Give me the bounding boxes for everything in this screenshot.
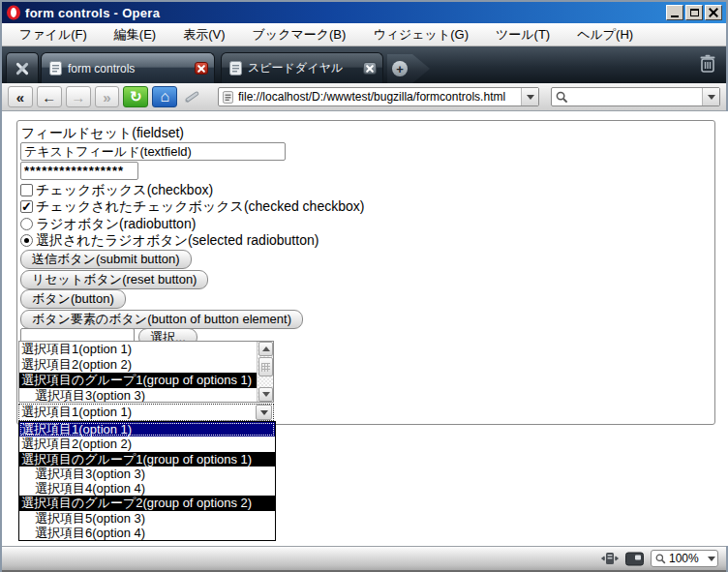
check-icon: ✓ bbox=[21, 200, 32, 213]
listbox-scrollbar[interactable] bbox=[257, 342, 273, 402]
popup-option-highlighted[interactable]: 選択項目1(option 1) bbox=[19, 422, 275, 437]
chevron-down-icon bbox=[708, 95, 715, 100]
panels-toggle-button[interactable] bbox=[6, 52, 39, 83]
page-viewport: フィールドセット(fieldset) チェックボックス(checkbox) ✓ … bbox=[2, 111, 728, 546]
address-bar[interactable]: file://localhost/D:/wwwtest/bugzilla/for… bbox=[218, 87, 539, 106]
forward-arrow-icon: → bbox=[71, 89, 85, 105]
listbox-option[interactable]: 選択項目3(option 3) bbox=[19, 388, 257, 402]
address-dropdown-button[interactable] bbox=[521, 88, 538, 105]
select-arrow-button[interactable] bbox=[256, 405, 272, 420]
back-button[interactable]: ← bbox=[37, 86, 62, 107]
listbox-option[interactable]: 選択項目1(option 1) bbox=[19, 342, 257, 357]
close-icon bbox=[366, 65, 374, 73]
close-icon bbox=[197, 65, 205, 73]
triangle-down-icon bbox=[262, 392, 270, 397]
page-icon bbox=[49, 61, 62, 75]
status-bar: 100% bbox=[2, 546, 726, 570]
plus-icon: + bbox=[392, 61, 408, 76]
zoom-magnifier-icon bbox=[655, 554, 666, 564]
navigation-toolbar: « ← → » ↻ ⌂ file://localhost/D:/wwwtest/… bbox=[2, 83, 726, 111]
home-icon: ⌂ bbox=[160, 88, 169, 105]
note-pencil-icon[interactable] bbox=[183, 87, 202, 106]
trash-icon bbox=[699, 54, 716, 74]
listbox[interactable]: 選択項目1(option 1) 選択項目2(option 2) 選択項目のグルー… bbox=[18, 341, 274, 403]
new-tab-button[interactable]: + bbox=[387, 54, 430, 83]
menu-bookmarks[interactable]: ブックマーク(B) bbox=[253, 26, 347, 44]
plain-button[interactable]: ボタン(button) bbox=[20, 289, 126, 309]
submit-button[interactable]: 送信ボタン(submit button) bbox=[20, 250, 192, 269]
popup-option[interactable]: 選択項目4(option 4) bbox=[19, 481, 275, 496]
search-icon bbox=[556, 91, 568, 104]
triangle-up-icon bbox=[262, 346, 270, 351]
chevron-down-icon bbox=[527, 95, 534, 100]
checkbox-label: チェックボックス(checkbox) bbox=[36, 182, 213, 199]
tab-close-button[interactable] bbox=[363, 62, 377, 75]
maximize-icon bbox=[690, 9, 699, 16]
menu-edit[interactable]: 編集(E) bbox=[114, 26, 156, 44]
dropdown-select[interactable]: 選択項目1(option 1) bbox=[18, 404, 274, 421]
fast-forward-button[interactable]: » bbox=[95, 86, 120, 107]
checkbox-unchecked[interactable] bbox=[20, 184, 33, 196]
popup-optgroup-label: 選択項目のグループ1(group of options 1) bbox=[19, 452, 275, 467]
dropdown-popup: 選択項目1(option 1) 選択項目2(option 2) 選択項目のグルー… bbox=[18, 421, 276, 541]
tab-label: スピードダイヤル bbox=[248, 60, 357, 76]
menu-file[interactable]: ファイル(F) bbox=[19, 26, 87, 44]
listbox-optgroup-label[interactable]: 選択項目のグループ1(group of options 1) bbox=[19, 373, 257, 388]
fast-forward-icon: » bbox=[103, 89, 110, 105]
checkbox-checked[interactable]: ✓ bbox=[20, 200, 33, 213]
search-field[interactable] bbox=[551, 87, 720, 106]
url-text: file://localhost/D:/wwwtest/bugzilla/for… bbox=[238, 90, 516, 104]
popup-optgroup-label: 選択項目のグループ2(group of options 2) bbox=[19, 496, 275, 510]
popup-option[interactable]: 選択項目5(option 3) bbox=[19, 511, 275, 526]
opera-window: form controls - Opera ファイル(F) 編集(E) 表示(V… bbox=[0, 0, 728, 572]
rewind-icon: « bbox=[16, 89, 24, 105]
popup-option[interactable]: 選択項目6(option 4) bbox=[19, 526, 275, 540]
menu-help[interactable]: ヘルプ(H) bbox=[577, 26, 633, 44]
window-title: form controls - Opera bbox=[25, 6, 666, 20]
tab-form-controls[interactable]: form controls bbox=[41, 52, 215, 83]
scrollbar-thumb[interactable] bbox=[258, 357, 273, 376]
tools-icon bbox=[14, 60, 31, 77]
zoom-control[interactable]: 100% bbox=[651, 550, 718, 567]
home-button[interactable]: ⌂ bbox=[152, 86, 177, 107]
popup-option[interactable]: 選択項目3(option 3) bbox=[19, 467, 275, 481]
maximize-button[interactable] bbox=[685, 5, 703, 20]
scroll-down-button[interactable] bbox=[258, 387, 273, 402]
tab-bar: form controls スピードダイヤル + bbox=[2, 46, 726, 83]
menu-widgets[interactable]: ウィジェット(G) bbox=[373, 26, 469, 44]
password-field[interactable] bbox=[20, 162, 138, 180]
forward-button[interactable]: → bbox=[66, 86, 91, 107]
reload-button[interactable]: ↻ bbox=[123, 86, 148, 107]
tab-label: form controls bbox=[68, 62, 189, 75]
button-element-button[interactable]: ボタン要素のボタン(button of button element) bbox=[20, 310, 303, 329]
rewind-button[interactable]: « bbox=[8, 86, 33, 107]
text-field[interactable] bbox=[20, 142, 286, 161]
page-icon bbox=[229, 61, 242, 75]
page-icon bbox=[223, 91, 233, 104]
close-icon bbox=[709, 8, 718, 17]
toggle-images-button[interactable] bbox=[625, 552, 644, 566]
listbox-option[interactable]: 選択項目2(option 2) bbox=[19, 357, 257, 373]
selected-radio-label: 選択されたラジオボタン(selected radiobutton) bbox=[36, 232, 318, 250]
menu-tools[interactable]: ツール(T) bbox=[496, 26, 550, 44]
title-bar: form controls - Opera bbox=[2, 2, 726, 23]
reset-button[interactable]: リセットボタン(reset button) bbox=[20, 270, 208, 289]
menu-view[interactable]: 表示(V) bbox=[183, 26, 225, 44]
closed-tabs-trash-button[interactable] bbox=[699, 54, 716, 77]
scroll-up-button[interactable] bbox=[258, 342, 273, 356]
popup-option[interactable]: 選択項目2(option 2) bbox=[19, 437, 275, 451]
tab-speed-dial[interactable]: スピードダイヤル bbox=[221, 52, 383, 83]
fieldset-legend: フィールドセット(fieldset) bbox=[21, 125, 184, 142]
search-dropdown-button[interactable] bbox=[702, 88, 719, 105]
close-button[interactable] bbox=[705, 5, 722, 20]
radio-selected[interactable] bbox=[20, 234, 33, 247]
chevron-down-icon bbox=[708, 557, 715, 561]
minimize-icon bbox=[671, 15, 679, 17]
fit-width-button[interactable] bbox=[601, 551, 619, 566]
zoom-level: 100% bbox=[669, 552, 705, 565]
minimize-button[interactable] bbox=[666, 5, 683, 20]
back-arrow-icon: ← bbox=[42, 89, 56, 105]
tab-close-button[interactable] bbox=[195, 62, 208, 75]
menu-bar: ファイル(F) 編集(E) 表示(V) ブックマーク(B) ウィジェット(G) … bbox=[2, 23, 726, 46]
radio-unselected[interactable] bbox=[20, 218, 33, 230]
